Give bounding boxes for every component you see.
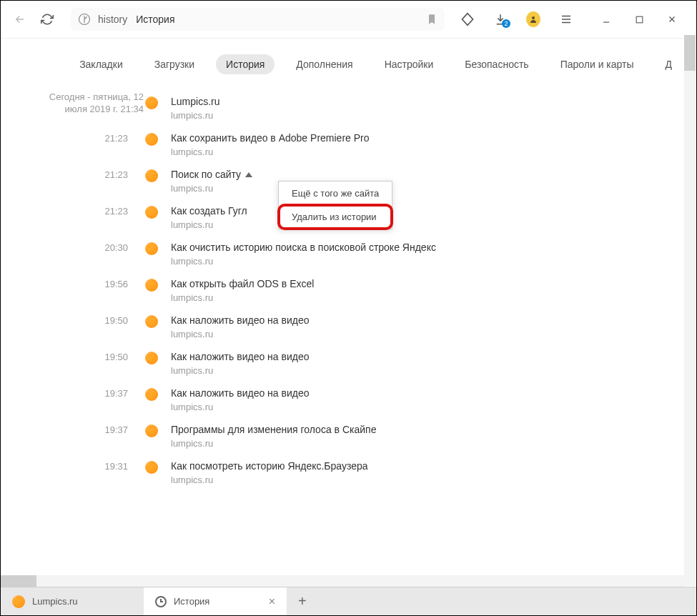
horizontal-scrollbar[interactable] (1, 575, 684, 587)
favicon-icon (145, 133, 158, 146)
item-title: Как наложить видео на видео (171, 387, 310, 399)
item-domain: lumpics.ru (171, 365, 310, 376)
item-title: Поиск по сайту (171, 169, 252, 180)
nav-tab[interactable]: История (216, 54, 275, 74)
context-menu: Ещё с того же сайта Удалить из истории (278, 181, 392, 229)
download-badge: 2 (502, 19, 510, 28)
address-scheme: history (98, 14, 127, 25)
item-body: Как наложить видео на видеоlumpics.ru (171, 387, 310, 412)
item-time: 21:23 (39, 132, 145, 144)
menu-delete-from-history[interactable]: Удалить из истории (277, 204, 393, 230)
history-item[interactable]: 19:31Как посмотреть историю Яндекс.Брауз… (39, 454, 696, 491)
history-item[interactable]: 20:30Как очистить историю поиска в поиск… (39, 236, 696, 272)
item-domain: lumpics.ru (171, 475, 368, 485)
browser-tab[interactable]: Lumpics.ru (1, 587, 144, 615)
history-item[interactable]: 19:37Программы для изменения голоса в Ск… (39, 418, 696, 454)
date-label: Сегодня - пятница, 12 июля 2019 г. 21:34 (44, 91, 144, 116)
favicon-icon (145, 424, 158, 437)
favicon-icon (145, 315, 158, 328)
item-body: Как наложить видео на видеоlumpics.ru (171, 314, 310, 339)
favicon-icon (145, 279, 158, 292)
history-item[interactable]: 21:23Как сохранить видео в Adobe Premier… (39, 126, 696, 163)
item-body: Поиск по сайту lumpics.ru (171, 169, 252, 194)
favicon-icon (145, 206, 158, 219)
item-time: 19:31 (39, 460, 145, 472)
item-time: 20:30 (39, 242, 145, 253)
browser-toolbar: history История 2 (1, 1, 696, 39)
maximize-button[interactable] (632, 12, 646, 26)
item-domain: lumpics.ru (171, 329, 310, 339)
item-body: Lumpics.rulumpics.ru (171, 96, 219, 121)
item-body: Как открыть файл ODS в Excellumpics.ru (171, 278, 314, 303)
menu-button[interactable] (559, 12, 573, 26)
downloads-button[interactable]: 2 (493, 12, 508, 26)
favicon-icon (145, 461, 158, 474)
scrollbar-h-thumb[interactable] (1, 575, 36, 587)
nav-tab[interactable]: Д (656, 54, 682, 74)
nav-tab[interactable]: Загрузки (144, 54, 204, 74)
item-body: Программы для изменения голоса в Скайпеl… (171, 424, 376, 449)
nav-tab[interactable]: Безопасность (455, 54, 538, 74)
item-time: 21:23 (39, 205, 145, 217)
item-domain: lumpics.ru (171, 183, 252, 194)
yandex-logo-icon (78, 13, 91, 26)
item-domain: lumpics.ru (171, 146, 370, 157)
item-body: Как посмотреть историю Яндекс.Браузераlu… (171, 460, 368, 485)
toolbar-icons: 2 (460, 12, 685, 26)
nav-tab[interactable]: Настройки (375, 54, 444, 74)
tab-close-icon[interactable]: × (254, 595, 275, 608)
address-title: История (136, 14, 174, 25)
item-time: 19:50 (39, 314, 145, 326)
reload-button[interactable] (39, 11, 55, 27)
menu-more-same-site[interactable]: Ещё с того же сайта (279, 182, 392, 205)
item-domain: lumpics.ru (171, 256, 436, 267)
history-item[interactable]: 19:56Как открыть файл ODS в Excellumpics… (39, 272, 696, 309)
item-body: Как создать Гуглlumpics.ru (171, 205, 247, 230)
item-domain: lumpics.ru (171, 219, 247, 230)
item-time: 19:50 (39, 351, 145, 362)
item-title: Как посмотреть историю Яндекс.Браузера (171, 460, 368, 472)
item-title: Как сохранить видео в Adobe Premiere Pro (171, 132, 370, 144)
favicon-icon (145, 242, 158, 255)
history-list: Lumpics.rulumpics.ru21:23Как сохранить в… (39, 84, 696, 491)
item-domain: lumpics.ru (171, 110, 219, 121)
item-body: Как очистить историю поиска в поисковой … (171, 242, 436, 267)
new-tab-button[interactable]: + (287, 593, 318, 610)
favicon-icon (145, 388, 158, 401)
item-body: Как наложить видео на видеоlumpics.ru (171, 351, 310, 376)
profile-button[interactable] (526, 12, 540, 26)
nav-tab[interactable]: Дополнения (286, 54, 362, 74)
item-title: Как наложить видео на видео (171, 351, 310, 362)
item-body: Как сохранить видео в Adobe Premiere Pro… (171, 132, 370, 157)
back-button[interactable] (12, 11, 28, 27)
item-title: Как наложить видео на видео (171, 314, 310, 326)
item-time: 19:56 (39, 278, 145, 289)
bookmark-icon[interactable] (426, 14, 438, 25)
clock-icon (155, 596, 167, 607)
close-button[interactable] (665, 12, 679, 26)
minimize-button[interactable] (599, 12, 613, 26)
expand-up-icon[interactable] (245, 172, 252, 177)
svg-rect-2 (636, 16, 643, 23)
address-bar[interactable]: history История (71, 8, 445, 31)
favicon-icon (145, 169, 158, 182)
nav-tab[interactable]: Пароли и карты (550, 54, 644, 74)
item-time: 19:37 (39, 424, 145, 435)
browser-tab[interactable]: История× (144, 587, 287, 615)
nav-tab[interactable]: Закладки (69, 54, 133, 74)
item-title: Как очистить историю поиска в поисковой … (171, 242, 436, 253)
item-title: Lumpics.ru (171, 96, 219, 107)
item-domain: lumpics.ru (171, 402, 310, 412)
alice-icon[interactable] (460, 12, 475, 26)
item-title: Как открыть файл ODS в Excel (171, 278, 314, 289)
history-item[interactable]: 19:50Как наложить видео на видеоlumpics.… (39, 345, 696, 382)
favicon-icon (145, 352, 158, 364)
history-item[interactable]: 19:50Как наложить видео на видеоlumpics.… (39, 309, 696, 345)
window-controls (599, 12, 679, 26)
history-content: Сегодня - пятница, 12 июля 2019 г. 21:34… (1, 84, 696, 599)
history-item[interactable]: 19:37Как наложить видео на видеоlumpics.… (39, 382, 696, 418)
item-title: Программы для изменения голоса в Скайпе (171, 424, 376, 435)
item-time: 19:37 (39, 387, 145, 399)
item-title: Как создать Гугл (171, 205, 247, 217)
favicon-icon (12, 595, 25, 608)
